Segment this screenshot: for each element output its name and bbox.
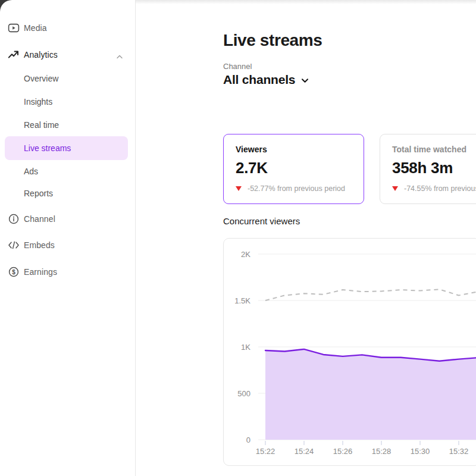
stat-card-value: 2.7K [236, 159, 352, 177]
sidebar-item-embeds[interactable]: Embeds [0, 233, 135, 257]
chevron-up-icon[interactable] [116, 51, 123, 62]
channel-filter-value: All channels [223, 73, 295, 87]
svg-text:$: $ [12, 269, 15, 275]
metric-cards: Viewers 2.7K -52.77% from previous perio… [223, 134, 476, 204]
stat-card-label: Viewers [236, 145, 352, 154]
svg-text:500: 500 [237, 389, 250, 398]
sidebar-item-insights[interactable]: Insights [0, 90, 135, 114]
sidebar-item-ads[interactable]: Ads [0, 159, 135, 183]
sidebar: Media Analytics Overview Insights Real t… [0, 0, 136, 476]
code-embed-icon [8, 239, 20, 251]
concurrent-viewers-chart: 2K1.5K1K500015:2215:2415:2615:2815:3015:… [224, 239, 476, 465]
svg-text:1.5K: 1.5K [234, 296, 250, 305]
main-content: Live streams Channel All channels Viewer… [223, 0, 476, 476]
sidebar-item-label: Embeds [24, 240, 55, 250]
chart-title: Concurrent viewers [223, 216, 300, 226]
delta-text: -74.55% from previous period [404, 184, 476, 193]
sidebar-item-label: Insights [24, 97, 52, 107]
svg-text:2K: 2K [241, 250, 250, 259]
sidebar-item-analytics[interactable]: Analytics [0, 43, 135, 67]
svg-text:15:26: 15:26 [333, 447, 353, 456]
sidebar-item-label: Real time [24, 120, 59, 130]
chevron-down-icon [301, 78, 309, 83]
delta-text: -52.77% from previous period [248, 184, 345, 193]
svg-text:15:22: 15:22 [256, 447, 275, 456]
stat-card-label: Total time watched [392, 145, 476, 154]
sidebar-item-label: Ads [24, 167, 38, 176]
sidebar-item-label-active: Live streams [24, 143, 71, 153]
analytics-trend-icon [8, 49, 20, 61]
svg-text:15:32: 15:32 [449, 447, 469, 456]
stat-card-delta: -52.77% from previous period [236, 184, 352, 193]
svg-text:0: 0 [246, 436, 250, 444]
sidebar-item-label: Media [24, 23, 47, 33]
sidebar-item-label: Channel [24, 214, 55, 224]
sidebar-item-live-streams[interactable]: Live streams [5, 136, 128, 160]
chart-panel: 2K1.5K1K500015:2215:2415:2615:2815:3015:… [223, 238, 476, 466]
info-circle-icon [8, 213, 20, 225]
stat-card-delta: -74.55% from previous period [392, 184, 476, 193]
sidebar-item-reports[interactable]: Reports [0, 181, 135, 205]
channel-filter-label: Channel [223, 62, 252, 71]
stat-card-value: 358h 3m [392, 159, 476, 177]
sidebar-item-label: Analytics [24, 50, 58, 60]
sidebar-item-media[interactable]: Media [0, 16, 135, 40]
stat-card-viewers[interactable]: Viewers 2.7K -52.77% from previous perio… [223, 134, 364, 204]
decrease-triangle-icon [392, 186, 398, 191]
sidebar-item-channel[interactable]: Channel [0, 207, 135, 231]
sidebar-item-overview[interactable]: Overview [0, 67, 135, 90]
svg-text:15:30: 15:30 [411, 447, 430, 456]
svg-text:15:28: 15:28 [372, 447, 392, 456]
svg-text:15:24: 15:24 [295, 447, 314, 456]
stat-card-total-time-watched[interactable]: Total time watched 358h 3m -74.55% from … [380, 134, 476, 204]
media-icon [8, 22, 20, 34]
dollar-circle-icon: $ [8, 266, 20, 278]
channel-filter-dropdown[interactable]: All channels [223, 73, 309, 87]
decrease-triangle-icon [236, 186, 242, 191]
sidebar-item-label: Overview [24, 74, 58, 83]
sidebar-item-label: Earnings [24, 267, 57, 277]
sidebar-item-real-time[interactable]: Real time [0, 113, 135, 137]
svg-text:1K: 1K [241, 343, 250, 352]
sidebar-item-earnings[interactable]: $ Earnings [0, 260, 135, 284]
page-title: Live streams [223, 31, 322, 50]
sidebar-item-label: Reports [24, 189, 53, 198]
